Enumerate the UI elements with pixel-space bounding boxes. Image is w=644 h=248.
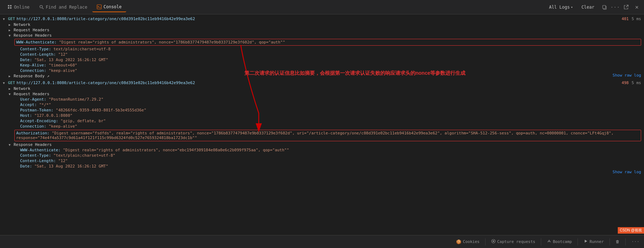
res-headers-expand-2[interactable]: [9, 143, 12, 147]
grid-icon: [7, 5, 12, 10]
host-row-2: Host: "127.0.0.1:8080": [14, 113, 641, 118]
tab-console[interactable]: Console: [92, 2, 126, 12]
show-raw-link-1[interactable]: Show raw log: [613, 73, 641, 78]
capture-icon: [491, 239, 496, 244]
auth-val-2: "Digest username="fsdfds", realm="rights…: [16, 131, 613, 140]
svg-line-10: [626, 5, 628, 7]
footer-divider-3: [578, 238, 578, 245]
postman-token-key-2: Postman-Token:: [20, 108, 54, 112]
footer-divider-4: [610, 238, 610, 245]
connection-row-2: Connection: "keep-alive": [14, 124, 641, 129]
svg-rect-9: [603, 5, 606, 9]
connection-val-2: "keep-alive": [49, 124, 77, 129]
ua-val-2: "PostmanRuntime/7.29.2": [49, 97, 103, 102]
method-2: GET: [8, 81, 15, 85]
capture-item[interactable]: Capture requests: [491, 239, 535, 244]
log-entry-1-header[interactable]: GET http://127.0.0.1:8080/article-catego…: [3, 16, 641, 22]
console-content: GET http://127.0.0.1:8080/article-catego…: [0, 14, 644, 235]
show-raw-2[interactable]: Show raw log: [3, 170, 641, 174]
request-headers-section-1[interactable]: Request Headers: [9, 27, 641, 33]
content-type-key-2: Content-Type:: [20, 153, 51, 158]
content-length-val-2: "12": [58, 159, 68, 163]
connection-val-1: "keep-alive": [49, 68, 77, 73]
www-auth-key-2: WWW-Authenticate:: [20, 148, 61, 152]
res-headers-expand-1[interactable]: [9, 34, 12, 37]
date-row-2: Date: "Sat, 13 Aug 2022 16:26:12 GMT": [14, 164, 641, 169]
bootcamp-label: Bootcamp: [553, 239, 572, 244]
url-2: http://127.0.0.1:8080/article-category/o…: [17, 81, 195, 85]
keep-alive-row-1: Keep-Alive: "timeout=60": [14, 63, 641, 68]
response-headers-1-content: WWW-Authenticate: "Digest realm="rights …: [9, 39, 641, 73]
copy-icon[interactable]: [600, 3, 609, 12]
req-headers-expand-2[interactable]: [9, 92, 12, 96]
response-headers-section-2[interactable]: Response Headers: [9, 142, 641, 147]
find-icon: [39, 5, 44, 10]
content-type-row-2: Content-Type: "text/plain;charset=utf-8": [14, 153, 641, 158]
accept-key-2: Accept:: [20, 102, 37, 107]
network-label-2: Network: [14, 86, 30, 91]
more-options-icon[interactable]: ···: [611, 3, 620, 12]
svg-line-5: [42, 8, 43, 9]
show-raw-1[interactable]: Show raw log: [3, 73, 641, 78]
tab-find-replace[interactable]: Find and Replace: [34, 3, 92, 12]
tab-find-replace-label: Find and Replace: [46, 5, 87, 10]
bootcamp-icon: [547, 239, 551, 244]
www-auth-val-2: "Digest realm="rights of administrators"…: [63, 148, 289, 152]
content-type-row-1: Content-Type: text/plain;charset=utf-8: [14, 46, 641, 52]
auth-key-2: Authorization:: [16, 131, 50, 136]
toolbar-tabs: Online Find and Replace Console: [3, 2, 545, 12]
delete-item[interactable]: 🗑: [616, 239, 620, 244]
more-footer-icon: ···: [631, 239, 640, 244]
more-footer-item[interactable]: ···: [631, 239, 640, 244]
request-headers-section-2[interactable]: Request Headers: [9, 91, 641, 97]
res-body-expand-1[interactable]: [9, 74, 12, 78]
show-raw-link-2[interactable]: Show raw log: [613, 170, 641, 174]
log-entry-2-header[interactable]: GET http://127.0.0.1:8080/article-catego…: [3, 80, 641, 86]
runner-label: Runner: [589, 239, 604, 244]
expand-icon-1[interactable]: [3, 17, 6, 21]
tab-online[interactable]: Online: [3, 3, 34, 12]
runner-item[interactable]: Runner: [584, 239, 604, 244]
ua-key-2: User-Agent:: [20, 97, 46, 102]
keep-alive-val-1: "timeout=60": [49, 63, 77, 68]
content-length-row-2: Content-Length: "12": [14, 158, 641, 164]
cookies-item[interactable]: 🍪 Cookies: [456, 239, 479, 244]
method-1: GET: [8, 17, 15, 21]
expand-icon-2[interactable]: [3, 81, 6, 85]
tab-online-label: Online: [14, 5, 29, 10]
all-logs-dropdown[interactable]: All Logs ▾: [546, 3, 576, 11]
content-length-key-1: Content-Length:: [20, 52, 56, 57]
content-length-key-2: Content-Length:: [20, 159, 56, 163]
content-length-row-1: Content-Length: "12": [14, 52, 641, 57]
close-icon[interactable]: ✕: [632, 3, 641, 12]
status-1: 401: [622, 17, 629, 21]
network-label-1: Network: [14, 22, 30, 27]
svg-point-13: [493, 240, 494, 242]
network-section-2[interactable]: Network: [9, 86, 641, 91]
date-val-2: "Sat, 13 Aug 2022 16:26:12 GMT": [34, 164, 108, 169]
accept-encoding-row-2: Accept-Encoding: "gzip, deflate, br": [14, 118, 641, 124]
cookies-icon: 🍪: [456, 239, 461, 244]
log-entry-2: GET http://127.0.0.1:8080/article-catego…: [3, 80, 641, 174]
network-expand-1[interactable]: [9, 23, 12, 27]
req-headers-label-2: Request Headers: [14, 92, 49, 96]
network-section-1[interactable]: Network: [9, 22, 641, 27]
clear-button[interactable]: Clear: [579, 3, 597, 11]
cookies-label: Cookies: [463, 239, 479, 244]
host-val-2: "127.0.0.1:8080": [34, 113, 73, 118]
response-headers-section-1[interactable]: Response Headers: [9, 33, 641, 38]
footer-divider-5: [625, 238, 626, 245]
www-auth-row-2: WWW-Authenticate: "Digest realm="rights …: [14, 147, 641, 153]
log-entry-2-details: Network Request Headers User-Agent: "Pos…: [3, 86, 641, 169]
res-headers-label-2: Response Headers: [14, 142, 52, 147]
time-1: 5 ms: [632, 17, 641, 21]
network-expand-2[interactable]: [9, 87, 12, 91]
bootcamp-item[interactable]: Bootcamp: [547, 239, 572, 244]
external-link-icon[interactable]: [622, 3, 630, 12]
connection-key-1: Connection:: [20, 68, 46, 73]
time-2: 5 ms: [632, 81, 641, 85]
req-headers-label-1: Request Headers: [14, 28, 49, 32]
response-headers-2-content: WWW-Authenticate: "Digest realm="rights …: [9, 147, 641, 169]
req-headers-expand-1[interactable]: [9, 28, 12, 32]
content-type-key-1: Content-Type:: [20, 47, 51, 51]
